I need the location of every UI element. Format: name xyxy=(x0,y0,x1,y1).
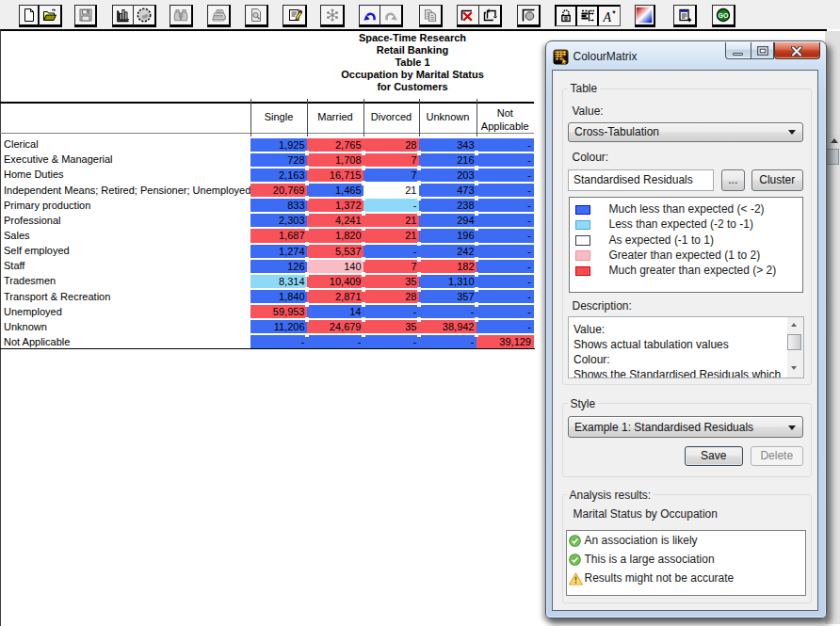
svg-text:A: A xyxy=(603,10,612,24)
svg-text:GO: GO xyxy=(718,12,728,19)
